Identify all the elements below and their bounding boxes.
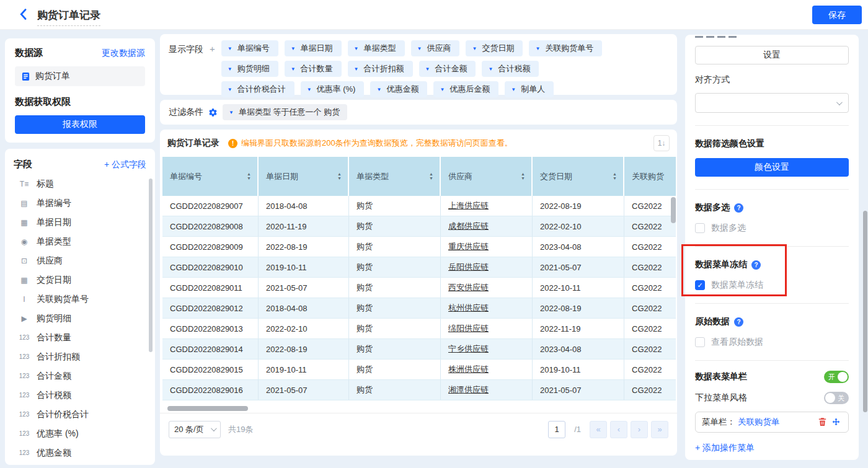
datasource-title: 数据源 <box>15 47 43 59</box>
field-item[interactable]: 123合计数量 <box>14 328 146 347</box>
first-page-button[interactable]: « <box>590 421 607 438</box>
field-item[interactable]: ▶购货明细 <box>14 309 146 328</box>
column-header[interactable]: 交货日期▲▼ <box>533 157 624 196</box>
field-item[interactable]: 123合计价税合计 <box>14 405 146 424</box>
sort-order-button[interactable]: 1↓ <box>653 135 670 151</box>
display-field-chip-label: 交货日期 <box>482 43 514 54</box>
table-row[interactable]: CGDD202208290162021-05-07购货湘潭供应链2021-05-… <box>162 380 676 400</box>
table-cell: 2022-08-19 <box>259 237 349 257</box>
pagination-bar: 20 条/页 共19条 1 /1 «‹›» <box>160 413 677 445</box>
table-row[interactable]: CGDD202208290152019-10-11购货株洲供应链2019-10-… <box>162 360 676 380</box>
field-item[interactable]: 123合计折扣额 <box>14 347 146 366</box>
field-item[interactable]: 123优惠率 (%) <box>14 424 146 443</box>
chevron-down-icon: ▼ <box>354 46 359 51</box>
display-field-chip[interactable]: ▼交货日期 <box>466 40 523 56</box>
last-page-button[interactable]: » <box>651 421 668 438</box>
move-icon[interactable] <box>831 417 842 428</box>
table-row[interactable]: CGDD202208290092022-08-19购货重庆供应链2023-04-… <box>162 237 676 257</box>
save-button[interactable]: 保存 <box>812 6 862 24</box>
table-row[interactable]: CGDD202208290132022-02-10购货绵阳供应链2022-11-… <box>162 319 676 339</box>
table-row[interactable]: CGDD202208290122018-04-08购货杭州供应链2022-08-… <box>162 298 676 319</box>
column-header[interactable]: 供应商▲▼ <box>441 157 533 196</box>
field-item[interactable]: 123合计金额 <box>14 366 146 386</box>
help-icon[interactable]: ? <box>734 203 743 213</box>
table-cell: 西安供应链 <box>441 278 533 298</box>
table-cell: 购货 <box>349 237 441 257</box>
display-field-chip[interactable]: ▼购货明细 <box>221 61 278 77</box>
table-row[interactable]: CGDD202208290072018-04-08购货上海供应链2022-08-… <box>162 196 676 216</box>
add-formula-field-link[interactable]: + 公式字段 <box>104 159 146 170</box>
table-cell: 2019-10-11 <box>533 360 624 379</box>
field-item[interactable]: ▦单据日期 <box>14 213 146 232</box>
table-cell: CGDD20220829015 <box>162 360 259 379</box>
menubar-toggle[interactable]: 开 <box>824 371 849 383</box>
page-size-select[interactable]: 20 条/页 <box>169 421 221 438</box>
page-number-input[interactable]: 1 <box>548 421 565 438</box>
menu-bar-item: 菜单栏： 关联购货单 <box>695 412 849 433</box>
column-header[interactable]: 单据类型▲▼ <box>349 157 441 196</box>
filter-panel: 过滤条件 ▼ 单据类型 等于任意一个 购货 <box>160 100 677 125</box>
display-field-chip[interactable]: ▼制单人 <box>505 81 554 97</box>
filter-gear-icon[interactable] <box>208 108 218 117</box>
settings-button[interactable]: 设置 <box>695 46 849 64</box>
field-item[interactable]: 123优惠金额 <box>14 443 146 462</box>
datasource-item[interactable]: 购货订单 <box>15 66 145 86</box>
field-item[interactable]: ⊡供应商 <box>14 251 146 270</box>
display-field-chip[interactable]: ▼供应商 <box>411 40 460 56</box>
prev-page-button[interactable]: ‹ <box>610 421 627 438</box>
display-field-chip[interactable]: ▼合计数量 <box>285 61 342 77</box>
color-settings-button[interactable]: 颜色设置 <box>695 158 849 177</box>
display-field-chip[interactable]: ▼合计税额 <box>482 61 539 77</box>
change-datasource-link[interactable]: 更改数据源 <box>102 48 145 59</box>
report-permission-button[interactable]: 报表权限 <box>15 115 145 134</box>
field-item[interactable]: ◉单据类型 <box>14 232 146 251</box>
dropdown-style-toggle[interactable]: 关 <box>824 392 849 404</box>
table-horizontal-scrollbar[interactable] <box>167 406 248 411</box>
raw-data-title-text: 原始数据 <box>695 316 730 327</box>
fields-scrollbar[interactable] <box>149 179 153 352</box>
display-field-chip[interactable]: ▼单据类型 <box>348 40 405 56</box>
table-vertical-scrollbar[interactable] <box>671 197 676 223</box>
column-header[interactable]: 关联购货▲▼ <box>624 157 676 196</box>
table-row[interactable]: CGDD202208290102019-10-11购货岳阳供应链2021-05-… <box>162 257 676 278</box>
table-row[interactable]: CGDD202208290112021-05-07购货西安供应链2022-10-… <box>162 278 676 298</box>
display-field-chip[interactable]: ▼优惠后金额 <box>433 81 498 97</box>
display-field-chip[interactable]: ▼合计折扣额 <box>348 61 413 77</box>
table-row[interactable]: CGDD202208290082020-11-19购货成都供应链2022-02-… <box>162 216 676 237</box>
next-page-button[interactable]: › <box>631 421 648 438</box>
delete-icon[interactable] <box>817 417 828 428</box>
display-field-chip[interactable]: ▼优惠金额 <box>370 81 427 97</box>
align-select[interactable] <box>695 93 849 113</box>
pager-buttons: «‹›» <box>590 421 668 438</box>
add-action-menu-link[interactable]: + 添加操作菜单 <box>695 443 849 454</box>
field-item[interactable]: ▦交货日期 <box>14 270 146 289</box>
page-scrollbar[interactable] <box>863 211 867 412</box>
display-fields-panel: 显示字段 + ▼单据编号▼单据日期▼单据类型▼供应商▼交货日期▼关联购货单号▼购… <box>160 34 677 95</box>
display-field-chip[interactable]: ▼关联购货单号 <box>529 40 602 56</box>
field-item[interactable]: T≡标题 <box>14 174 146 193</box>
column-header[interactable]: 单据日期▲▼ <box>259 157 349 196</box>
field-item[interactable]: 123合计税额 <box>14 386 146 405</box>
add-display-field-button[interactable]: + <box>210 43 215 89</box>
filter-color-title: 数据筛选颜色设置 <box>695 138 849 149</box>
field-item[interactable]: ▤单据编号 <box>14 193 146 213</box>
back-icon[interactable] <box>17 8 30 20</box>
table-cell: 购货 <box>349 196 441 216</box>
multi-select-checkbox[interactable] <box>695 223 705 233</box>
display-chip-rows: ▼单据编号▼单据日期▼单据类型▼供应商▼交货日期▼关联购货单号▼购货明细▼合计数… <box>221 40 668 89</box>
menu-bar-value[interactable]: 关联购货单 <box>738 417 815 428</box>
preview-notice: ! 编辑界面只取数据源前200条作为查询数据预览，完整数据请访问页面查看。 <box>228 138 645 149</box>
filter-condition-chip[interactable]: ▼ 单据类型 等于任意一个 购货 <box>223 104 347 120</box>
display-field-chip[interactable]: ▼单据日期 <box>285 40 342 56</box>
help-icon[interactable]: ? <box>751 260 761 270</box>
display-field-chip[interactable]: ▼合计金额 <box>419 61 476 77</box>
table-row[interactable]: CGDD202208290142022-08-19购货宁乡供应链2023-04-… <box>162 339 676 360</box>
display-field-chip[interactable]: ▼合计价税合计 <box>221 81 294 97</box>
display-field-chip[interactable]: ▼优惠率 (%) <box>301 81 365 97</box>
help-icon[interactable]: ? <box>734 317 743 327</box>
column-header[interactable]: 单据编号▲▼ <box>162 157 259 196</box>
display-field-chip[interactable]: ▼单据编号 <box>221 40 278 56</box>
field-item[interactable]: I关联购货单号 <box>14 289 146 309</box>
raw-data-checkbox[interactable] <box>695 337 705 347</box>
freeze-menu-checkbox[interactable]: ✓ <box>695 280 705 290</box>
